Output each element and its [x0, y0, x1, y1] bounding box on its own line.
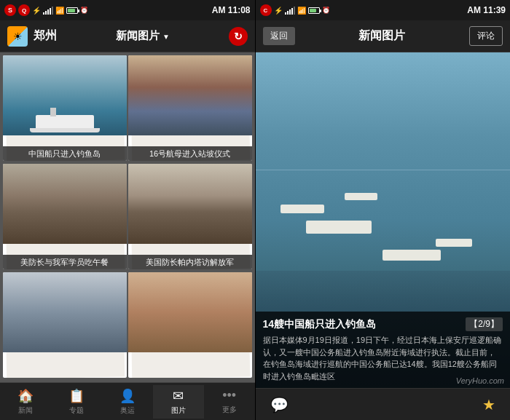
page-indicator: 【2/9】: [466, 317, 503, 331]
main-image-area[interactable]: 14艘中国船只进入钓鱼岛 【2/9】 据日本媒体9月19日报道，19日下午，经过…: [256, 52, 511, 388]
sidebar-item-photos[interactable]: ✉ 图片: [153, 385, 204, 419]
city-label: 郑州: [34, 28, 57, 44]
more-icon: •••: [222, 388, 236, 403]
sidebar-item-olympics[interactable]: 👤 奥运: [102, 385, 153, 419]
usb-icon: ⚡: [32, 7, 41, 15]
time-right: AM 11:39: [467, 5, 506, 15]
sidebar-item-more[interactable]: ••• 更多: [204, 385, 255, 418]
time-left: AM 11:08: [212, 5, 251, 15]
battery-icon: [66, 7, 78, 14]
thumb-inner: [3, 272, 127, 378]
caption-top-row: 14艘中国船只进入钓鱼岛 【2/9】: [263, 317, 503, 331]
right-panel: C ⚡ 📶 ⏰ AM 11:39 返回 新闻图片 评论: [256, 0, 511, 420]
list-item[interactable]: 16号航母进入站坡仪式: [128, 55, 252, 161]
sidebar-item-special[interactable]: 📋 专题: [51, 385, 102, 419]
thumb-caption-3: 美防长与我军学员吃午餐: [20, 258, 109, 266]
thumb-image-4: [128, 164, 252, 244]
section-title-left: 新闻图片 ▼: [63, 29, 223, 43]
thumb-image-5: [3, 272, 127, 352]
status-bar-left: S Q ⚡ 📶 ⏰ AM 11:08: [0, 0, 255, 20]
list-item[interactable]: 中国船只进入钓鱼岛: [3, 55, 127, 161]
bottom-bar-right: 💬 ★: [256, 388, 511, 420]
caption-title: 14艘中国船只进入钓鱼岛: [263, 318, 377, 331]
thumb-image-2: [128, 55, 252, 135]
ship-silhouette-icon: [280, 205, 324, 213]
ship-silhouette-icon: [306, 221, 372, 234]
status-icons-left: S Q ⚡ 📶 ⏰: [4, 4, 88, 16]
nav-label-news: 新闻: [18, 405, 33, 416]
section-title-right: 新闻图片: [295, 28, 470, 44]
ship-silhouette-icon: [345, 193, 377, 200]
dropdown-arrow-icon[interactable]: ▼: [162, 33, 170, 41]
app-icon-1: S: [4, 4, 16, 16]
list-item[interactable]: 美防长与我军学员吃午餐: [3, 164, 127, 269]
news-grid: 中国船只进入钓鱼岛 16号航母进入站坡仪式 美防长与我军学员吃午餐: [0, 52, 255, 382]
bottom-nav-left: 🏠 新闻 📋 专题 👤 奥运 ✉ 图片 ••• 更多: [0, 382, 255, 420]
app-icon-right: C: [260, 4, 272, 16]
status-icons-right: C ⚡ 📶 ⏰: [260, 4, 330, 16]
wifi-icon-right: 📶: [297, 7, 306, 15]
status-bar-right: C ⚡ 📶 ⏰ AM 11:39: [256, 0, 511, 20]
list-item[interactable]: 美国防长帕内塔访解放军: [128, 164, 252, 269]
caption-body: 据日本媒体9月19日报道，19日下午，经过日本海上保安厅巡逻船确认，又一艘中国公…: [263, 334, 503, 382]
thumb-label-3: 美防长与我军学员吃午餐: [3, 255, 127, 269]
list-item[interactable]: [128, 272, 252, 378]
left-panel: S Q ⚡ 📶 ⏰ AM 11:08 ☀ 郑州: [0, 0, 255, 420]
home-icon: 🏠: [17, 388, 34, 404]
nav-label-special: 专题: [69, 405, 84, 416]
thumb-caption-4: 美国防长帕内塔访解放军: [146, 258, 234, 266]
usb-icon-right: ⚡: [274, 7, 283, 15]
app-icon-2: Q: [18, 4, 30, 16]
signal-icon-right: [285, 6, 295, 15]
list-item[interactable]: [3, 272, 127, 378]
thumb-label-4: 美国防长帕内塔访解放军: [128, 255, 252, 269]
favorite-icon-button[interactable]: ★: [482, 396, 495, 413]
header-right: 返回 新闻图片 评论: [256, 20, 511, 52]
thumb-inner: [128, 272, 252, 378]
thumb-inner: 16号航母进入站坡仪式: [128, 55, 252, 161]
thumb-caption-1: 中国船只进入钓鱼岛: [28, 149, 101, 158]
thumb-inner: 美国防长帕内塔访解放军: [128, 164, 252, 269]
thumb-image-1: [3, 55, 127, 135]
ships-layer: [256, 153, 511, 287]
thumb-label-1: 中国船只进入钓鱼岛: [3, 146, 127, 161]
thumb-image-6: [128, 272, 252, 352]
nav-label-more: 更多: [222, 405, 237, 415]
signal-icon: [43, 6, 53, 15]
nav-label-photos: 图片: [171, 405, 186, 416]
alarm-icon: ⏰: [80, 7, 88, 14]
thumb-caption-2: 16号航母进入站坡仪式: [149, 149, 230, 158]
refresh-button[interactable]: ↻: [229, 27, 248, 46]
mail-icon: ✉: [173, 388, 184, 404]
doc-icon: 📋: [68, 388, 85, 404]
thumb-image-3: [3, 164, 127, 244]
thumb-inner: 中国船只进入钓鱼岛: [3, 55, 127, 161]
comment-button[interactable]: 评论: [469, 26, 503, 46]
person-icon: 👤: [119, 388, 136, 404]
ship-silhouette-icon: [382, 250, 441, 261]
ship-silhouette-icon: [436, 239, 472, 247]
ship-silhouette-icon: [36, 115, 94, 130]
thumb-inner: 美防长与我军学员吃午餐: [3, 164, 127, 269]
sidebar-item-news[interactable]: 🏠 新闻: [0, 385, 51, 419]
section-text-left: 新闻图片: [116, 29, 160, 41]
back-button[interactable]: 返回: [263, 27, 295, 45]
wifi-icon: 📶: [55, 7, 64, 15]
header-left: ☀ 郑州 新闻图片 ▼ ↻: [0, 20, 255, 52]
weather-icon: ☀: [7, 26, 28, 47]
watermark: VeryHuo.com: [456, 376, 504, 385]
alarm-icon-right: ⏰: [322, 7, 330, 14]
thumb-label-2: 16号航母进入站坡仪式: [128, 146, 252, 161]
comment-icon-button[interactable]: 💬: [270, 396, 289, 413]
nav-label-olympics: 奥运: [120, 405, 135, 416]
battery-icon-right: [308, 7, 320, 14]
